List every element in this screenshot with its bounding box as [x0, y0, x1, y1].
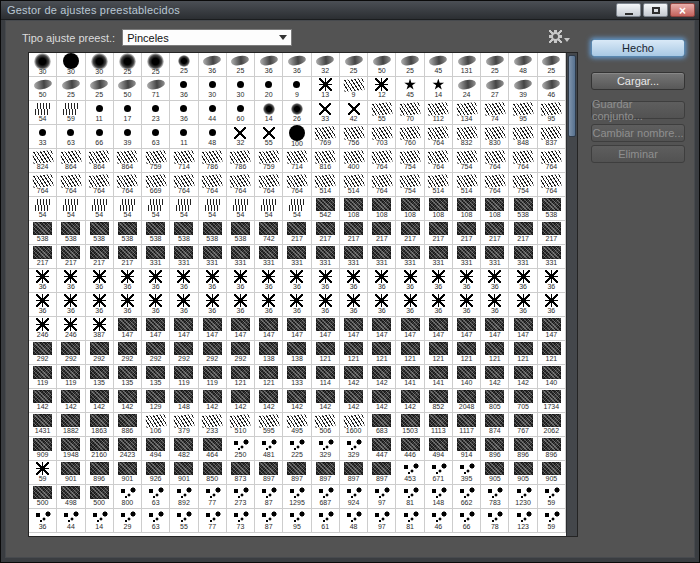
brush-preset[interactable]: 114	[312, 365, 340, 389]
brush-preset[interactable]: 141	[425, 365, 453, 389]
brush-preset[interactable]: 25	[396, 53, 424, 77]
brush-preset[interactable]: 25	[86, 77, 114, 101]
brush-preset[interactable]: 142	[114, 389, 142, 413]
brush-preset[interactable]: 36	[170, 269, 198, 293]
brush-preset[interactable]: 135	[142, 365, 170, 389]
brush-preset[interactable]: 147	[199, 317, 227, 341]
brush-preset[interactable]: 764	[368, 149, 396, 173]
brush-preset[interactable]: 54	[283, 197, 311, 221]
brush-preset[interactable]: 464	[199, 437, 227, 461]
brush-preset[interactable]: 121	[312, 341, 340, 365]
brush-preset[interactable]: 379	[170, 413, 198, 437]
brush-preset[interactable]: 54	[142, 197, 170, 221]
brush-preset[interactable]: 63	[57, 125, 85, 149]
brush-preset[interactable]: 81	[396, 509, 424, 533]
brush-preset[interactable]: 331	[453, 245, 481, 269]
brush-preset[interactable]: 48	[199, 125, 227, 149]
brush-preset[interactable]: 786	[227, 149, 255, 173]
brush-preset[interactable]: 142	[86, 389, 114, 413]
brush-preset[interactable]: 142	[29, 389, 57, 413]
brush-preset[interactable]: 914	[453, 437, 481, 461]
brush-preset[interactable]: 764	[227, 173, 255, 197]
brush-preset[interactable]: 54	[57, 197, 85, 221]
brush-preset[interactable]: 36	[255, 269, 283, 293]
brush-preset[interactable]: 864	[57, 149, 85, 173]
brush-preset[interactable]: 292	[170, 341, 198, 365]
brush-preset[interactable]: 121	[453, 341, 481, 365]
brush-preset[interactable]: 764	[368, 173, 396, 197]
brush-preset[interactable]: 147	[481, 317, 509, 341]
brush-preset[interactable]: 764	[538, 149, 566, 173]
brush-preset[interactable]: 400	[340, 149, 368, 173]
brush-preset[interactable]: 595	[255, 413, 283, 437]
brush-preset[interactable]: 754	[509, 173, 537, 197]
brush-preset[interactable]: 481	[255, 437, 283, 461]
brush-preset[interactable]: 50	[29, 77, 57, 101]
brush-preset[interactable]: 217	[396, 221, 424, 245]
brush-preset[interactable]: 140	[453, 365, 481, 389]
brush-preset[interactable]: 832	[453, 125, 481, 149]
brush-preset[interactable]: 77	[199, 509, 227, 533]
brush-preset[interactable]: 142	[481, 365, 509, 389]
brush-preset[interactable]: 119	[29, 365, 57, 389]
brush-preset[interactable]: 246	[29, 317, 57, 341]
brush-preset[interactable]: 131	[453, 53, 481, 77]
brush-preset[interactable]: 217	[29, 245, 57, 269]
brush-preset[interactable]: 66	[453, 509, 481, 533]
brush-preset[interactable]: 754	[396, 173, 424, 197]
brush-preset[interactable]: 14	[425, 77, 453, 101]
brush-preset[interactable]: 36	[509, 293, 537, 317]
brush-preset[interactable]: 897	[255, 461, 283, 485]
brush-preset[interactable]: 36	[227, 269, 255, 293]
brush-preset[interactable]: 714	[170, 149, 198, 173]
brush-preset[interactable]: 764	[509, 149, 537, 173]
brush-preset[interactable]: 514	[312, 173, 340, 197]
brush-preset[interactable]: 292	[114, 341, 142, 365]
brush-preset[interactable]: 36	[227, 293, 255, 317]
brush-preset[interactable]: 147	[312, 317, 340, 341]
brush-preset[interactable]: 2062	[538, 413, 566, 437]
brush-preset[interactable]: 764	[283, 173, 311, 197]
brush-preset[interactable]: 217	[538, 221, 566, 245]
brush-preset[interactable]: 36	[425, 269, 453, 293]
brush-preset[interactable]: 142	[340, 389, 368, 413]
brush-preset[interactable]: 39	[114, 125, 142, 149]
brush-preset[interactable]: 135	[114, 365, 142, 389]
brush-preset[interactable]: 331	[170, 245, 198, 269]
brush-preset[interactable]: 25	[227, 53, 255, 77]
brush-preset[interactable]: 783	[481, 485, 509, 509]
brush-preset[interactable]: 108	[340, 197, 368, 221]
brush-preset[interactable]: 27	[481, 77, 509, 101]
brush-preset[interactable]: 33	[312, 101, 340, 125]
brush-preset[interactable]: 36	[255, 53, 283, 77]
brush-preset[interactable]: 140	[538, 365, 566, 389]
brush-preset[interactable]: 873	[227, 461, 255, 485]
brush-preset[interactable]: 129	[142, 389, 170, 413]
brush-preset[interactable]: 63	[142, 485, 170, 509]
brush-preset[interactable]: 510	[227, 413, 255, 437]
brush-preset[interactable]: 217	[453, 221, 481, 245]
brush-preset[interactable]: 273	[227, 485, 255, 509]
brush-preset[interactable]: 233	[199, 413, 227, 437]
brush-preset[interactable]: 36	[86, 293, 114, 317]
brush-preset[interactable]: 250	[227, 437, 255, 461]
brush-preset[interactable]: 764	[425, 149, 453, 173]
brush-preset[interactable]: 36	[170, 101, 198, 125]
brush-preset[interactable]: 292	[142, 341, 170, 365]
brush-preset[interactable]: 453	[396, 461, 424, 485]
brush-preset[interactable]: 42	[340, 101, 368, 125]
brush-preset[interactable]: 97	[368, 485, 396, 509]
brush-preset[interactable]: 2423	[114, 437, 142, 461]
brush-preset[interactable]: 292	[86, 341, 114, 365]
brush-preset[interactable]: 292	[57, 341, 85, 365]
brush-preset[interactable]: 506	[312, 413, 340, 437]
brush-preset[interactable]: 54	[29, 197, 57, 221]
brush-preset[interactable]: 759	[255, 149, 283, 173]
scrollbar-thumb[interactable]	[568, 55, 576, 137]
brush-preset[interactable]: 36	[283, 53, 311, 77]
brush-preset[interactable]: 669	[142, 173, 170, 197]
brush-preset[interactable]: 36	[312, 269, 340, 293]
brush-preset[interactable]: 714	[283, 149, 311, 173]
brush-preset[interactable]: 36	[340, 293, 368, 317]
brush-preset[interactable]: 786	[199, 149, 227, 173]
